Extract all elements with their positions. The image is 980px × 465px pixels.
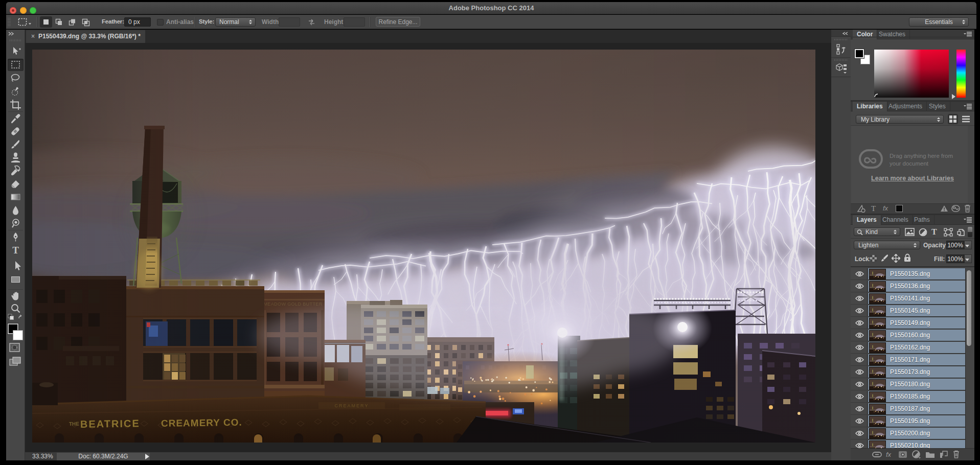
svg-text:T: T <box>12 245 19 255</box>
